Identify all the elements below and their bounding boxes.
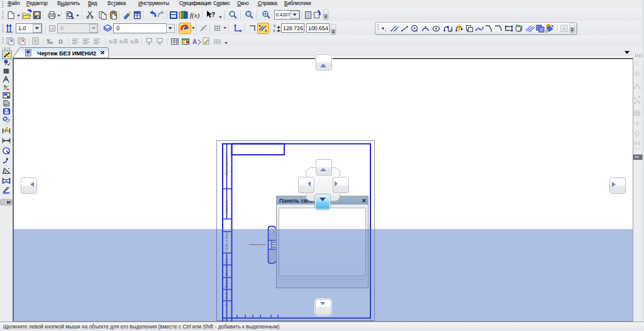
svg-text:N: N bbox=[109, 39, 113, 45]
svg-text:0: 0 bbox=[116, 25, 119, 31]
svg-text:‰: ‰ bbox=[47, 38, 53, 45]
svg-text:Y: Y bbox=[273, 24, 276, 28]
svg-text:N: N bbox=[130, 39, 134, 45]
svg-text:128.726: 128.726 bbox=[283, 25, 303, 31]
svg-text:x: x bbox=[273, 28, 275, 33]
svg-text:?: ? bbox=[211, 11, 215, 18]
svg-text:N: N bbox=[119, 39, 123, 45]
svg-text:0.4207: 0.4207 bbox=[276, 12, 291, 18]
svg-text:100.654: 100.654 bbox=[308, 25, 328, 31]
svg-text:Ω: Ω bbox=[58, 38, 63, 45]
svg-text:0: 0 bbox=[60, 25, 64, 31]
svg-text:f(x): f(x) bbox=[190, 11, 200, 20]
svg-text:A: A bbox=[192, 38, 197, 45]
svg-text:1.0: 1.0 bbox=[18, 25, 26, 31]
